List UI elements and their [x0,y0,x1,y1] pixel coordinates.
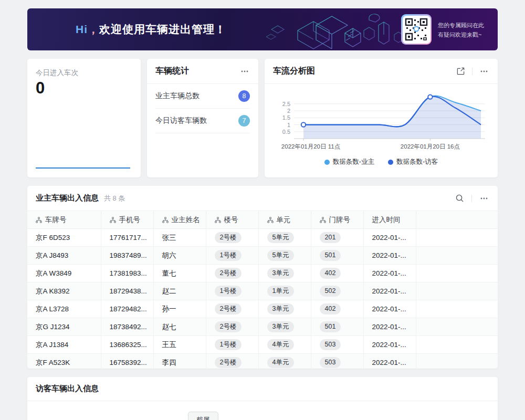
owner-vehicle-table-card: 业主车辆出入信息 共 8 条 车牌号手机号业主姓名楼号单元门牌号进入时间 京F … [27,186,498,369]
tag-pill: 1号楼 [215,250,242,261]
col-header-empty [416,211,498,229]
tag-pill: 1单元 [267,286,295,297]
more-dots-icon [479,194,489,203]
cell-owner-name: 赵七 [153,318,206,336]
cell-empty [416,229,498,247]
cell-building: 2号楼 [206,229,258,247]
cell-building: 2号楼 [206,300,258,318]
cell-building: 2号楼 [206,318,258,336]
cell-enter-time: 2022-01-... [363,300,416,318]
owner-table-search-button[interactable] [454,193,465,204]
table-row[interactable]: 京F 6D52317761717...张三2号楼5单元2012022-01-..… [27,229,498,247]
cell-owner-name: 赵二 [153,282,206,300]
cell-building: 1号楼 [206,336,258,354]
visitor-table-title: 访客车辆出入信息 [36,384,99,394]
cell-owner-name: 李四 [153,354,206,369]
table-row[interactable]: 京A J138413686325...王五1号楼4单元5032022-01-..… [27,336,498,354]
today-entry-count-label: 今日进入车次 [36,68,78,78]
table-row[interactable]: 京G J123418738492...赵七2号楼3单元5012022-01-..… [27,318,498,336]
cell-empty [416,282,498,300]
cell-door-no: 502 [311,282,363,300]
today-entry-count-value: 0 [36,79,45,98]
svg-text:1: 1 [287,122,290,128]
screenshot-button[interactable]: 截屏 [188,412,218,420]
cell-owner-name: 董七 [153,265,206,282]
legend-item-owner[interactable]: 数据条数-业主 [324,158,374,166]
tag-pill: 503 [320,339,341,350]
flow-chart-legend: 数据条数-业主 数据条数-访客 [265,158,498,166]
cell-unit: 3单元 [258,265,311,282]
col-header-owner-name[interactable]: 业主姓名 [153,211,206,229]
owner-table-title: 业主车辆出入信息 [36,193,99,203]
col-header-building[interactable]: 楼号 [206,211,258,229]
tag-pill: 4单元 [267,357,295,368]
table-row[interactable]: 京A L372818729482...孙一2号楼3单元4022022-01-..… [27,300,498,318]
cell-phone: 18729438... [101,282,153,300]
flow-chart-more-button[interactable] [479,66,489,77]
welcome-banner: Hi，欢迎使用车辆进出管理！ [27,8,498,50]
cell-enter-time: 2022-01-... [363,229,416,247]
cell-building: 1号楼 [206,282,258,300]
table-row[interactable]: 京A J849319837489...胡六1号楼5单元5012022-01-..… [27,247,498,265]
stats-row-owner-total: 业主车辆总数 8 [155,84,250,109]
vehicle-stats-list: 业主车辆总数 8 今日访客车辆数 7 [155,84,250,133]
table-header-row: 车牌号手机号业主姓名楼号单元门牌号进入时间 [27,211,498,229]
qr-pattern-icon [405,18,428,41]
cell-phone: 16758392... [101,354,153,369]
svg-text:2: 2 [287,108,290,114]
stats-row-visitor-today: 今日访客车辆数 7 [155,109,250,133]
col-header-phone[interactable]: 手机号 [101,211,153,229]
cell-plate: 京A J1384 [27,336,101,354]
table-row[interactable]: 京A W384917381983...董七2号楼3单元4022022-01-..… [27,265,498,282]
owner-table-more-button[interactable] [479,193,489,204]
vehicle-stats-card: 车辆统计 业主车辆总数 8 今日访客车辆数 7 [147,59,258,177]
relation-icon [162,217,169,223]
traffic-flow-chart-card: 车流分析图 0.511.522.52022年01月20日 11点2022年01月… [265,59,498,177]
cell-plate: 京A L3728 [27,300,101,318]
qr-caption-line2: 有疑问欢迎来戳~ [438,30,484,39]
tag-pill: 2号楼 [215,357,242,368]
legend-item-visitor[interactable]: 数据条数-访客 [388,158,438,166]
cell-unit: 4单元 [258,336,311,354]
col-header-enter-time[interactable]: 进入时间 [363,211,416,229]
flow-chart-expand-button[interactable] [455,66,466,77]
cell-unit: 3单元 [258,318,311,336]
cell-door-no: 501 [311,318,363,336]
cell-unit: 3单元 [258,300,311,318]
table-row[interactable]: 京A K839218729438...赵二1号楼1单元5022022-01-..… [27,282,498,300]
tag-pill: 4单元 [267,339,295,350]
svg-text:0.5: 0.5 [282,129,290,135]
tag-pill: 1号楼 [215,339,242,350]
cell-empty [416,318,498,336]
cell-owner-name: 孙一 [153,300,206,318]
vehicle-stats-more-button[interactable] [239,66,250,77]
flow-chart-title: 车流分析图 [273,66,315,77]
more-dots-icon [240,67,249,76]
cell-door-no: 503 [311,336,363,354]
cell-empty [416,265,498,282]
flow-chart-svg: 0.511.522.52022年01月20日 11点2022年01月20日 16… [273,88,489,154]
banner-greeting-hi: Hi [76,23,88,35]
cell-enter-time: 2022-01-... [363,247,416,265]
banner-greeting-text: 欢迎使用车辆进出管理！ [99,23,226,35]
stats-row-owner-badge: 8 [238,90,250,102]
cell-plate: 京A J8493 [27,247,101,265]
owner-table-count: 共 8 条 [104,194,125,203]
cell-unit: 5单元 [258,247,311,265]
cell-plate: 京G J1234 [27,318,101,336]
col-header-unit[interactable]: 单元 [258,211,311,229]
tag-pill: 503 [320,357,341,368]
cell-owner-name: 张三 [153,229,206,247]
table-row[interactable]: 京F A523K16758392...李四2号楼4单元5032022-01-..… [27,354,498,369]
tag-pill: 3单元 [267,303,295,314]
col-header-plate[interactable]: 车牌号 [27,211,101,229]
banner-greeting-comma: ， [88,23,99,35]
tag-pill: 3单元 [267,321,295,332]
col-header-door-no[interactable]: 门牌号 [311,211,363,229]
cell-door-no: 501 [311,247,363,265]
cell-building: 2号楼 [206,354,258,369]
svg-text:2022年01月20日 11点: 2022年01月20日 11点 [281,143,340,150]
more-dots-icon [479,67,489,76]
cell-door-no: 201 [311,229,363,247]
cell-plate: 京F A523K [27,354,101,369]
